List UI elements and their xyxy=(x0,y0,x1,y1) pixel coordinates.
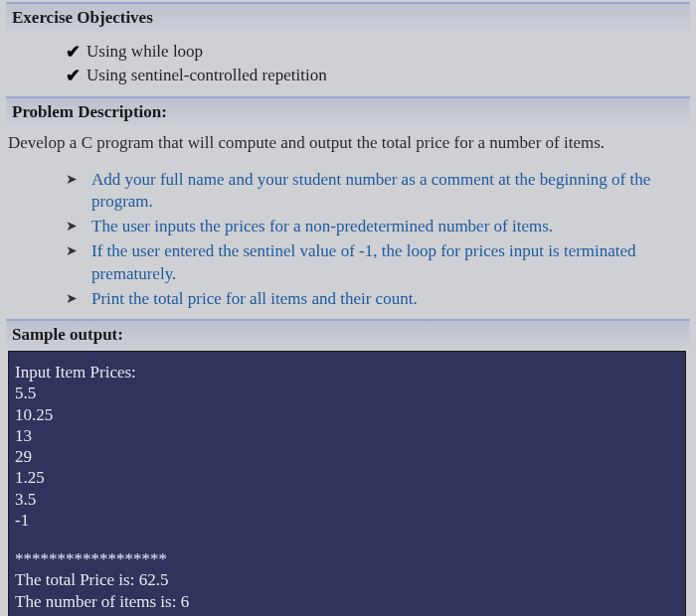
console-input: 5.5 xyxy=(15,383,679,403)
exercise-objectives-header: Exercise Objectives xyxy=(6,2,690,32)
problem-description-header: Problem Description: xyxy=(6,96,690,126)
console-input: -1 xyxy=(15,510,679,531)
console-input: 13 xyxy=(15,425,679,446)
arrow-icon: ➤ xyxy=(66,290,78,311)
problem-description-text: Develop a C program that will compute an… xyxy=(6,126,690,163)
console-input: 10.25 xyxy=(15,404,679,425)
objective-text: Using sentinel-controlled repetition xyxy=(87,65,327,87)
bullet-text: Print the total price for all items and … xyxy=(91,288,418,311)
bullet-text: The user inputs the prices for a non-pre… xyxy=(91,216,553,238)
console-count: The number of items is: 6 xyxy=(15,591,679,612)
check-icon: ✔ xyxy=(66,40,81,64)
console-output: Input Item Prices: 5.5 10.25 13 29 1.25 … xyxy=(8,351,686,616)
bullet-text: If the user entered the sentinel value o… xyxy=(91,240,660,286)
bullet-item: ➤ The user inputs the prices for a non-p… xyxy=(66,216,660,238)
bullet-text: Add your full name and your student numb… xyxy=(91,169,660,215)
requirements-list: ➤ Add your full name and your student nu… xyxy=(6,163,690,320)
sample-output-header: Sample output: xyxy=(6,319,690,349)
console-input: 1.25 xyxy=(15,467,679,488)
objective-item: ✔ Using while loop xyxy=(66,40,690,64)
bullet-item: ➤ If the user entered the sentinel value… xyxy=(66,240,660,286)
objective-item: ✔ Using sentinel-controlled repetition xyxy=(66,64,690,87)
console-prompt: Input Item Prices: xyxy=(15,362,679,383)
objective-text: Using while loop xyxy=(87,41,203,64)
console-input: 3.5 xyxy=(15,489,679,510)
console-input: 29 xyxy=(15,446,679,467)
arrow-icon: ➤ xyxy=(66,171,78,215)
bullet-item: ➤ Print the total price for all items an… xyxy=(66,288,660,311)
console-divider: ****************** xyxy=(15,548,679,569)
arrow-icon: ➤ xyxy=(66,242,78,286)
bullet-item: ➤ Add your full name and your student nu… xyxy=(66,169,660,215)
objectives-list: ✔ Using while loop ✔ Using sentinel-cont… xyxy=(6,32,690,96)
arrow-icon: ➤ xyxy=(66,218,78,238)
check-icon: ✔ xyxy=(66,64,81,87)
console-total: The total Price is: 62.5 xyxy=(15,569,679,590)
